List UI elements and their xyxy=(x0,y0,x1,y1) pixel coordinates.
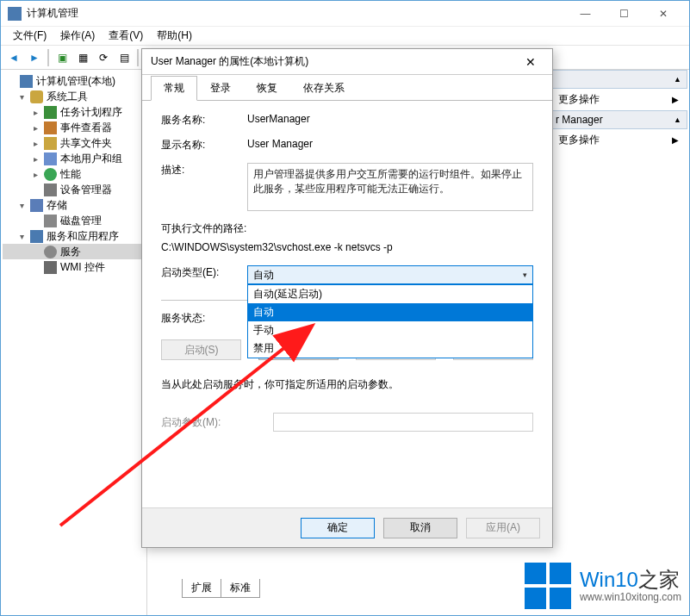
option-auto-delayed[interactable]: 自动(延迟启动) xyxy=(248,285,532,303)
device-icon xyxy=(44,184,57,196)
minimize-button[interactable]: — xyxy=(566,1,605,26)
watermark: Win10之家 www.win10xitong.com xyxy=(525,563,681,609)
tree-users[interactable]: ▸本地用户和组 xyxy=(3,151,145,166)
forward-button[interactable]: ► xyxy=(25,48,44,67)
collapse-icon: ▲ xyxy=(674,115,681,124)
gear-icon xyxy=(44,246,57,258)
value-service-name: UserManager xyxy=(247,113,533,125)
users-icon xyxy=(44,152,57,165)
tree-scheduler[interactable]: ▸任务计划程序 xyxy=(3,104,145,120)
actions-more-2[interactable]: 更多操作▶ xyxy=(550,129,687,151)
tree-panel: 计算机管理(本地) ▾系统工具 ▸任务计划程序 ▸事件查看器 ▸共享文件夹 ▸本… xyxy=(1,70,147,615)
tab-extended[interactable]: 扩展 xyxy=(182,579,221,598)
refresh-button[interactable]: ⟳ xyxy=(94,48,113,67)
share-icon xyxy=(44,137,57,150)
event-icon xyxy=(44,121,57,134)
watermark-url: www.win10xitong.com xyxy=(580,592,681,603)
tree-root[interactable]: 计算机管理(本地) xyxy=(3,73,145,89)
export-button[interactable]: ▤ xyxy=(115,48,134,67)
tree-svcapp[interactable]: ▾服务和应用程序 xyxy=(3,228,145,244)
tree-wmi[interactable]: WMI 控件 xyxy=(3,259,145,275)
tree-disk[interactable]: 磁盘管理 xyxy=(3,213,145,228)
cancel-button[interactable]: 取消 xyxy=(383,518,457,538)
dialog-titlebar: User Manager 的属性(本地计算机) ✕ xyxy=(142,49,552,75)
wmi-icon xyxy=(44,261,57,274)
startup-selected: 自动 xyxy=(253,268,274,283)
label-description: 描述: xyxy=(161,163,247,177)
arrow-icon: ▶ xyxy=(672,95,679,104)
titlebar: 计算机管理 — ☐ ✕ xyxy=(1,1,689,27)
tree-eventviewer[interactable]: ▸事件查看器 xyxy=(3,120,145,135)
start-button[interactable]: 启动(S) xyxy=(161,339,241,360)
actions-panel: ▲ 更多操作▶ r Manager▲ 更多操作▶ xyxy=(550,70,687,151)
up-button[interactable]: ▣ xyxy=(53,48,71,67)
menu-view[interactable]: 查看(V) xyxy=(102,27,150,45)
menu-action[interactable]: 操作(A) xyxy=(53,27,102,45)
svcapp-icon xyxy=(30,230,43,243)
performance-icon xyxy=(44,168,57,181)
actions-header-2[interactable]: r Manager▲ xyxy=(550,110,687,129)
tree-shared[interactable]: ▸共享文件夹 xyxy=(3,135,145,151)
tab-general[interactable]: 常规 xyxy=(151,76,197,101)
watermark-brand: Win10之家 xyxy=(580,569,681,591)
menu-file[interactable]: 文件(F) xyxy=(6,27,53,45)
tab-dependencies[interactable]: 依存关系 xyxy=(290,76,357,101)
tree-services[interactable]: 服务 xyxy=(3,244,145,259)
storage-icon xyxy=(30,199,43,212)
tab-standard[interactable]: 标准 xyxy=(221,579,260,598)
option-auto[interactable]: 自动 xyxy=(248,303,532,321)
tree-systools[interactable]: ▾系统工具 xyxy=(3,89,145,104)
properties-button[interactable]: ▦ xyxy=(73,48,92,67)
actions-more-1[interactable]: 更多操作▶ xyxy=(550,89,687,110)
startup-type-select[interactable]: 自动 ▾ xyxy=(247,265,533,284)
app-icon xyxy=(8,7,22,21)
label-service-status: 服务状态: xyxy=(161,311,247,326)
tab-logon[interactable]: 登录 xyxy=(197,76,244,101)
start-params-input[interactable] xyxy=(273,413,533,432)
startup-type-dropdown: 自动(延迟启动) 自动 手动 禁用 xyxy=(247,284,533,358)
window-title: 计算机管理 xyxy=(27,6,566,21)
properties-dialog: User Manager 的属性(本地计算机) ✕ 常规 登录 恢复 依存关系 … xyxy=(141,48,553,548)
chevron-down-icon: ▾ xyxy=(523,271,527,279)
option-manual[interactable]: 手动 xyxy=(248,321,532,339)
separator xyxy=(47,49,49,66)
menu-help[interactable]: 帮助(H) xyxy=(150,27,199,45)
apply-button[interactable]: 应用(A) xyxy=(466,518,540,538)
option-disabled[interactable]: 禁用 xyxy=(248,339,532,358)
tab-recovery[interactable]: 恢复 xyxy=(244,76,290,101)
scheduler-icon xyxy=(44,106,57,119)
dialog-close-button[interactable]: ✕ xyxy=(518,49,544,75)
tools-icon xyxy=(30,90,43,103)
tree-devmgr[interactable]: 设备管理器 xyxy=(3,182,145,197)
menubar: 文件(F) 操作(A) 查看(V) 帮助(H) xyxy=(1,27,689,46)
collapse-icon: ▲ xyxy=(674,75,681,84)
windows-logo-icon xyxy=(525,563,571,609)
tree-storage[interactable]: ▾存储 xyxy=(3,197,145,213)
label-start-params: 启动参数(M): xyxy=(161,415,273,430)
computer-icon xyxy=(20,75,33,88)
close-button[interactable]: ✕ xyxy=(643,1,682,26)
value-exe-path: C:\WINDOWS\system32\svchost.exe -k netsv… xyxy=(161,241,533,253)
maximize-button[interactable]: ☐ xyxy=(605,1,643,26)
disk-icon xyxy=(44,215,57,227)
bottom-tabs: 扩展 标准 xyxy=(182,579,259,598)
dialog-title: User Manager 的属性(本地计算机) xyxy=(151,54,308,69)
label-display-name: 显示名称: xyxy=(161,138,247,152)
separator xyxy=(137,49,139,66)
tree-performance[interactable]: ▸性能 xyxy=(3,166,145,182)
label-startup-type: 启动类型(E): xyxy=(161,265,247,280)
arrow-icon: ▶ xyxy=(672,135,679,145)
dialog-tabs: 常规 登录 恢复 依存关系 xyxy=(142,75,552,101)
actions-header-1[interactable]: ▲ xyxy=(550,70,687,89)
label-service-name: 服务名称: xyxy=(161,113,247,128)
dialog-body: 服务名称: UserManager 显示名称: User Manager 描述:… xyxy=(142,101,552,432)
hint-text: 当从此处启动服务时，你可指定所适用的启动参数。 xyxy=(161,377,533,392)
label-exe-path: 可执行文件的路径: xyxy=(161,221,533,236)
back-button[interactable]: ◄ xyxy=(4,48,23,67)
value-display-name: User Manager xyxy=(247,138,533,150)
dialog-footer: 确定 取消 应用(A) xyxy=(142,507,552,547)
ok-button[interactable]: 确定 xyxy=(301,518,375,538)
description-textarea[interactable]: 用户管理器提供多用户交互所需要的运行时组件。如果停止此服务，某些应用程序可能无法… xyxy=(247,163,533,211)
